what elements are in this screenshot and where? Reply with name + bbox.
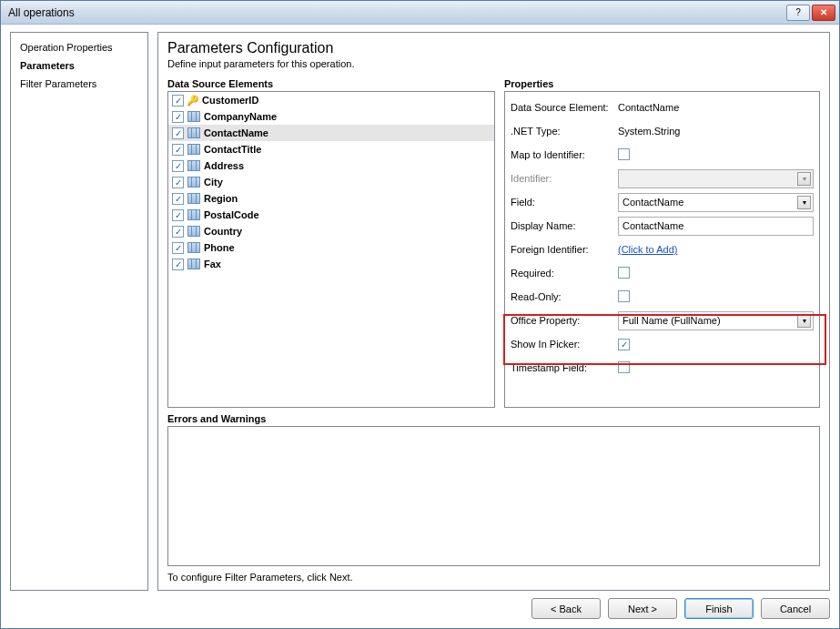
- label-field: Field:: [511, 197, 612, 208]
- data-source-row[interactable]: ✓ContactTitle: [168, 141, 494, 157]
- data-source-label: CompanyName: [204, 111, 277, 122]
- row-required: Required:: [511, 261, 814, 285]
- chevron-down-icon[interactable]: ▾: [797, 196, 811, 209]
- data-source-label: Fax: [204, 259, 221, 269]
- column-icon: [187, 209, 200, 220]
- checkbox-icon[interactable]: ✓: [172, 193, 184, 205]
- checkbox-read-only[interactable]: [618, 290, 630, 302]
- data-source-label: ContactTitle: [204, 144, 261, 155]
- row-read-only: Read-Only:: [511, 285, 814, 309]
- checkbox-required[interactable]: [618, 267, 630, 279]
- sidebar-item[interactable]: Filter Parameters: [11, 75, 147, 93]
- key-icon: 🔑: [187, 95, 198, 106]
- data-source-label: Phone: [204, 242, 235, 253]
- column-icon: [187, 111, 200, 122]
- page-title: Parameters Configuration: [167, 40, 820, 56]
- back-button[interactable]: < Back: [531, 598, 601, 619]
- row-field: Field: ContactName ▾: [511, 190, 814, 214]
- two-column: Data Source Elements ✓🔑CustomerID✓Compan…: [167, 78, 820, 408]
- wizard-buttons: < Back Next > Finish Cancel: [10, 598, 830, 619]
- column-icon: [187, 144, 200, 155]
- data-source-label: Country: [204, 226, 242, 237]
- checkbox-icon[interactable]: ✓: [172, 226, 184, 238]
- errors-list: [167, 426, 820, 566]
- checkbox-map-to-identifier[interactable]: [618, 148, 630, 160]
- sidebar-item[interactable]: Operation Properties: [11, 38, 147, 56]
- select-field[interactable]: ContactName ▾: [618, 193, 814, 212]
- column-icon: [187, 160, 200, 171]
- label-show-in-picker: Show In Picker:: [511, 339, 612, 350]
- select-office-property[interactable]: Full Name (FullName) ▾: [618, 311, 814, 330]
- data-source-list[interactable]: ✓🔑CustomerID✓CompanyName✓ContactName✓Con…: [167, 91, 495, 408]
- data-source-row[interactable]: ✓City: [168, 174, 494, 190]
- finish-button[interactable]: Finish: [684, 598, 754, 619]
- data-source-row[interactable]: ✓Phone: [168, 239, 494, 256]
- column-icon: [187, 259, 200, 269]
- checkbox-icon[interactable]: ✓: [172, 209, 184, 221]
- window-title: All operations: [8, 6, 786, 19]
- label-net-type: .NET Type:: [511, 126, 612, 137]
- data-source-row[interactable]: ✓ContactName: [168, 125, 494, 141]
- data-source-label: Region: [204, 193, 238, 204]
- select-field-value: ContactName: [622, 197, 683, 208]
- checkbox-icon[interactable]: ✓: [172, 242, 184, 254]
- row-foreign-identifier: Foreign Identifier: (Click to Add): [511, 238, 814, 261]
- label-read-only: Read-Only:: [511, 291, 612, 302]
- row-data-source-element: Data Source Element: ContactName: [511, 96, 814, 119]
- column-icon: [187, 226, 200, 237]
- sidebar-item[interactable]: Parameters: [11, 56, 147, 75]
- data-source-label: City: [204, 177, 223, 188]
- input-display-name[interactable]: [618, 217, 814, 236]
- label-office-property: Office Property:: [511, 315, 612, 326]
- select-office-property-value: Full Name (FullName): [622, 315, 721, 326]
- sidebar: Operation PropertiesParametersFilter Par…: [10, 32, 148, 591]
- checkbox-icon[interactable]: ✓: [172, 95, 184, 107]
- properties-panel: Properties Data Source Element: ContactN…: [504, 78, 820, 408]
- value-net-type: System.String: [618, 126, 814, 137]
- data-source-row[interactable]: ✓Country: [168, 223, 494, 239]
- checkbox-icon[interactable]: ✓: [172, 144, 184, 156]
- data-source-label: Address: [204, 160, 244, 171]
- hint-text: To configure Filter Parameters, click Ne…: [167, 572, 820, 583]
- data-source-row[interactable]: ✓CompanyName: [168, 108, 494, 125]
- row-show-in-picker: Show In Picker: ✓: [511, 332, 814, 356]
- checkbox-icon[interactable]: ✓: [172, 177, 184, 188]
- label-display-name: Display Name:: [511, 220, 612, 231]
- checkbox-show-in-picker[interactable]: ✓: [618, 339, 630, 350]
- checkbox-timestamp-field[interactable]: [618, 361, 630, 373]
- column-icon: [187, 127, 200, 138]
- checkbox-icon[interactable]: ✓: [172, 111, 184, 123]
- data-source-panel: Data Source Elements ✓🔑CustomerID✓Compan…: [167, 78, 495, 408]
- row-display-name: Display Name:: [511, 214, 814, 238]
- next-button[interactable]: Next >: [608, 598, 677, 619]
- page-subtitle: Define input parameters for this operati…: [167, 58, 820, 69]
- data-source-row[interactable]: ✓🔑CustomerID: [168, 92, 494, 108]
- close-button[interactable]: ✕: [812, 5, 835, 21]
- content-panel: Parameters Configuration Define input pa…: [157, 32, 830, 591]
- client-area: Operation PropertiesParametersFilter Par…: [1, 25, 839, 628]
- row-office-property: Office Property: Full Name (FullName) ▾: [511, 309, 814, 332]
- main-row: Operation PropertiesParametersFilter Par…: [10, 32, 830, 591]
- column-icon: [187, 193, 200, 204]
- label-identifier: Identifier:: [511, 173, 612, 184]
- data-source-row[interactable]: ✓PostalCode: [168, 207, 494, 223]
- data-source-row[interactable]: ✓Fax: [168, 256, 494, 272]
- link-foreign-identifier-add[interactable]: (Click to Add): [618, 244, 677, 255]
- data-source-row[interactable]: ✓Region: [168, 190, 494, 207]
- label-foreign-identifier: Foreign Identifier:: [511, 244, 612, 255]
- chevron-down-icon: ▾: [797, 172, 811, 186]
- dialog-window: All operations ? ✕ Operation PropertiesP…: [0, 0, 840, 629]
- checkbox-icon[interactable]: ✓: [172, 259, 184, 270]
- data-source-heading: Data Source Elements: [167, 78, 495, 89]
- row-timestamp-field: Timestamp Field:: [511, 356, 814, 380]
- chevron-down-icon[interactable]: ▾: [797, 314, 811, 328]
- column-icon: [187, 177, 200, 188]
- cancel-button[interactable]: Cancel: [761, 598, 830, 619]
- checkbox-icon[interactable]: ✓: [172, 127, 184, 139]
- data-source-row[interactable]: ✓Address: [168, 157, 494, 174]
- help-button[interactable]: ?: [786, 5, 810, 21]
- checkbox-icon[interactable]: ✓: [172, 160, 184, 172]
- select-identifier: ▾: [618, 169, 814, 188]
- titlebar-buttons: ? ✕: [786, 5, 835, 21]
- data-source-label: PostalCode: [204, 209, 259, 220]
